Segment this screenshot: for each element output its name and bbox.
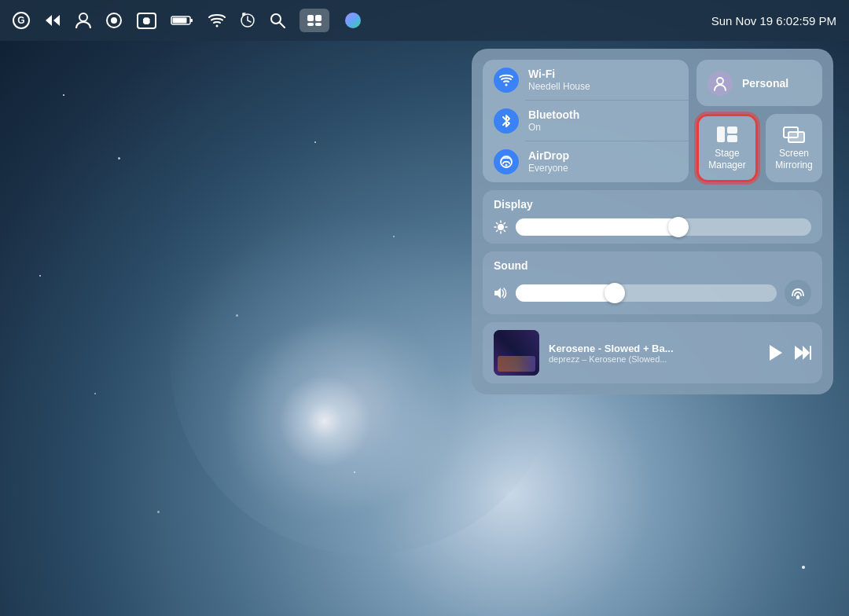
volume-slider-fill <box>516 284 615 302</box>
svg-text:G: G <box>17 15 24 26</box>
personal-hotspot-label: Personal <box>742 77 788 90</box>
svg-rect-38 <box>796 297 799 299</box>
control-center-top-section: Wi-Fi Needell House Bluetooth On <box>483 60 822 182</box>
track-title: Kerosene - Slowed + Ba... <box>549 343 758 354</box>
brightness-slider-row <box>494 218 811 236</box>
svg-point-29 <box>498 224 504 230</box>
control-center-menubar-icon[interactable] <box>300 9 329 32</box>
time-machine-icon[interactable] <box>240 13 255 28</box>
grammarly-icon[interactable]: G <box>13 12 30 29</box>
svg-marker-2 <box>46 15 52 26</box>
display-section: Display <box>483 190 822 244</box>
brightness-slider-thumb[interactable] <box>668 217 689 237</box>
airdrop-icon <box>494 149 519 174</box>
star <box>236 314 238 317</box>
brightness-icon <box>494 220 508 234</box>
screen-mirroring-button[interactable]: Screen Mirroring <box>766 114 822 182</box>
svg-line-34 <box>497 223 498 225</box>
now-playing-section: Kerosene - Slowed + Ba... deprezz – Kero… <box>483 322 822 383</box>
svg-line-36 <box>497 230 498 232</box>
svg-rect-25 <box>727 135 737 142</box>
sound-title: Sound <box>494 259 811 272</box>
siri-icon[interactable] <box>344 11 362 30</box>
star <box>393 236 395 237</box>
sound-section: Sound <box>483 251 822 314</box>
stage-manager-label: Stage Manager <box>705 148 749 170</box>
keyboard-layout-icon[interactable]: ⏺ <box>137 13 156 29</box>
svg-point-22 <box>717 78 723 84</box>
svg-rect-23 <box>717 126 725 142</box>
volume-slider[interactable] <box>516 284 777 302</box>
stage-manager-button[interactable]: Stage Manager <box>696 114 758 182</box>
personal-hotspot-button[interactable]: Personal <box>696 60 822 106</box>
bluetooth-icon <box>494 108 519 134</box>
wifi-title: Wi-Fi <box>528 68 590 81</box>
wifi-text: Wi-Fi Needell House <box>528 68 590 92</box>
svg-marker-3 <box>53 15 60 26</box>
star <box>314 141 316 143</box>
album-art <box>494 330 539 376</box>
menubar-right: Sun Nov 19 6:02:59 PM <box>711 14 836 28</box>
stage-manager-icon <box>716 126 738 143</box>
star <box>63 94 64 96</box>
airdrop-title: AirDrop <box>528 149 569 163</box>
keyboard-layout-badge: ⏺ <box>137 13 156 29</box>
right-buttons: Personal Stage Manager <box>696 60 822 182</box>
control-center-panel: Wi-Fi Needell House Bluetooth On <box>472 49 833 394</box>
track-artist: deprezz – Kerosene (Slowed... <box>549 354 758 364</box>
bluetooth-title: Bluetooth <box>528 108 579 122</box>
album-art-overlay <box>498 356 535 372</box>
screenium-icon[interactable] <box>105 12 123 29</box>
screen-mirroring-icon <box>783 126 805 143</box>
airdrop-subtitle: Everyone <box>528 163 569 174</box>
airdrop-text: AirDrop Everyone <box>528 149 569 174</box>
svg-rect-8 <box>190 19 193 22</box>
star <box>118 157 120 160</box>
menubar: G ⏺ <box>0 0 849 41</box>
svg-point-12 <box>271 14 281 24</box>
bottom-right-buttons: Stage Manager Screen Mirroring <box>696 114 822 182</box>
volume-icon <box>494 287 508 299</box>
svg-line-13 <box>280 23 285 28</box>
brightness-slider-fill <box>516 218 678 236</box>
airplay-button[interactable] <box>785 280 811 306</box>
bluetooth-text: Bluetooth On <box>528 108 579 133</box>
wifi-menubar-icon[interactable] <box>208 13 226 28</box>
svg-line-35 <box>504 230 505 232</box>
track-info: Kerosene - Slowed + Ba... deprezz – Kero… <box>549 343 758 364</box>
svg-rect-14 <box>307 15 314 21</box>
svg-line-37 <box>504 223 505 225</box>
screen-mirroring-label: Screen Mirroring <box>772 148 816 170</box>
bluetooth-subtitle: On <box>528 122 579 133</box>
personal-hotspot-icon <box>708 71 733 96</box>
svg-rect-17 <box>315 23 322 26</box>
wifi-subtitle: Needell House <box>528 81 590 92</box>
svg-rect-24 <box>727 126 737 134</box>
bluetooth-item[interactable]: Bluetooth On <box>483 101 689 141</box>
wifi-item[interactable]: Wi-Fi Needell House <box>483 60 689 101</box>
play-button[interactable] <box>767 344 783 361</box>
svg-rect-9 <box>173 18 187 24</box>
star <box>354 471 355 473</box>
brightness-slider[interactable] <box>516 218 811 236</box>
search-menubar-icon[interactable] <box>270 13 285 28</box>
star <box>94 393 96 394</box>
volume-slider-thumb[interactable] <box>605 283 625 303</box>
skip-forward-button[interactable] <box>794 345 811 361</box>
airdrop-item[interactable]: AirDrop Everyone <box>483 141 689 182</box>
playback-controls <box>767 344 811 361</box>
battery-icon[interactable] <box>171 14 194 27</box>
svg-rect-28 <box>789 133 803 141</box>
svg-point-19 <box>505 84 508 86</box>
user-icon[interactable] <box>75 12 91 29</box>
star <box>39 275 41 277</box>
svg-point-21 <box>505 164 508 167</box>
display-title: Display <box>494 198 811 211</box>
svg-marker-39 <box>770 345 782 361</box>
svg-rect-16 <box>307 23 314 26</box>
svg-rect-15 <box>315 15 322 21</box>
svg-point-18 <box>345 13 361 28</box>
svg-point-10 <box>216 25 219 28</box>
quick-note-icon[interactable] <box>44 13 61 28</box>
svg-rect-42 <box>810 346 811 360</box>
